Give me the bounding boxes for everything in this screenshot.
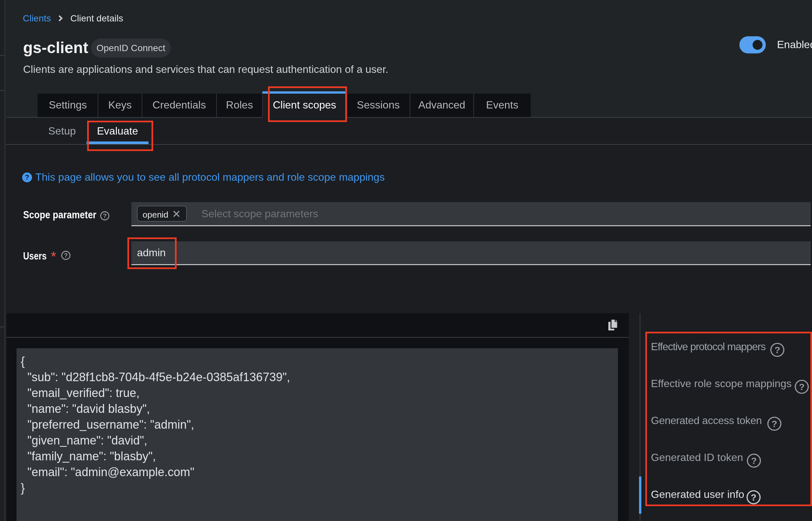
svg-text:?: ? [103,212,107,219]
svg-text:?: ? [64,252,68,259]
